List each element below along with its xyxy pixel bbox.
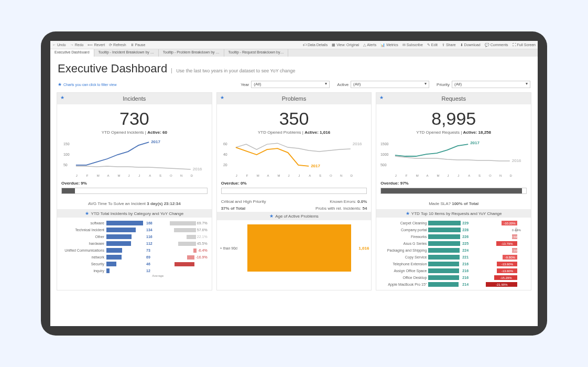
request-item-row[interactable]: Assign Office Space216-13.60% — [379, 267, 528, 274]
category-row[interactable]: Other11622.1% — [61, 233, 208, 240]
svg-text:A: A — [309, 174, 311, 177]
svg-text:S: S — [478, 174, 481, 177]
category-row[interactable]: network69-16.9% — [61, 254, 208, 261]
filter-note: ★Charts you can click to filter view — [58, 82, 117, 87]
svg-text:20: 20 — [223, 163, 227, 167]
age-value: 1,016 — [358, 246, 369, 251]
category-row[interactable]: Unified Communications73-6.4% — [61, 247, 208, 254]
request-item-row[interactable]: Asus G Series225-13.79% — [379, 240, 528, 247]
star-icon: ★ — [85, 211, 89, 216]
incidents-total: 730 — [57, 104, 212, 129]
svg-text:S: S — [319, 174, 321, 177]
data-details-button[interactable]: 🏷 Data Details — [303, 43, 328, 47]
star-icon: ★ — [58, 82, 62, 87]
tab-executive-dashboard[interactable]: Executive Dashboard — [50, 49, 94, 57]
svg-text:A: A — [427, 174, 429, 177]
active-label: Active — [337, 82, 349, 87]
svg-text:O: O — [330, 174, 332, 177]
screen: ← Undo → Redo ⟸ Revert ⟳ Refresh ⏸ Pause… — [50, 41, 538, 326]
share-button[interactable]: ⇪ Share — [442, 43, 456, 47]
problems-section-header: ★Age of Active Problems — [217, 212, 372, 220]
requests-overdue-bar[interactable] — [380, 188, 527, 194]
svg-text:1000: 1000 — [380, 153, 389, 156]
request-item-row[interactable]: Carpet Cleaning229-10.20% — [379, 220, 528, 226]
tab-tooltip-incident[interactable]: Tooltip - Incident Breakdown by … — [94, 49, 159, 57]
category-row[interactable]: hardware11245.5% — [61, 240, 208, 247]
page-title: Executive Dashboard — [58, 62, 167, 75]
incidents-category-chart[interactable]: software16869.7%Technical Incident13457.… — [57, 218, 212, 279]
requests-top10-chart[interactable]: Carpet Cleaning229-10.20%Company portal2… — [376, 218, 531, 290]
problems-age-chart[interactable]: + than 90d 1,016 — [217, 220, 372, 276]
svg-text:J: J — [236, 174, 237, 177]
svg-text:2016: 2016 — [512, 158, 521, 163]
request-item-row[interactable]: Office Desktop216-15.29% — [379, 274, 528, 281]
requests-overdue: Overdue: 97% — [376, 179, 531, 187]
revert-button[interactable]: ⟸ Revert — [88, 43, 105, 47]
svg-text:2017: 2017 — [311, 164, 320, 168]
incidents-overdue-bar[interactable] — [61, 188, 208, 194]
request-item-row[interactable]: Apple MacBook Pro 15"214-21.90% — [379, 281, 528, 288]
redo-button[interactable]: → Redo — [70, 43, 84, 47]
panel-problems: ★Problems 350 YTD Opened Problems | Acti… — [216, 92, 372, 290]
category-row[interactable]: Technical Incident13457.6% — [61, 226, 208, 233]
star-icon: ★ — [379, 95, 384, 100]
svg-text:60: 60 — [223, 142, 227, 146]
svg-text:M: M — [416, 174, 419, 177]
subscribe-button[interactable]: ✉ Subscribe — [402, 43, 423, 47]
year-select[interactable]: (All) — [251, 81, 330, 88]
problems-crit-row2: 37% of Total Probs with rel. Incidents: … — [217, 205, 372, 212]
svg-text:S: S — [159, 174, 161, 177]
incidents-section-header: ★YTD Total Incidents by Category and YoY… — [57, 209, 212, 218]
requests-section-header: ★YTD Top 10 Items by Requests and YoY Ch… — [376, 209, 531, 218]
svg-text:M: M — [437, 174, 440, 177]
svg-text:2017: 2017 — [471, 141, 480, 145]
svg-text:A: A — [149, 174, 151, 177]
age-label: + than 90d — [220, 246, 237, 250]
svg-text:D: D — [191, 174, 193, 177]
request-item-row[interactable]: Fireworks226-2.59% — [379, 233, 528, 240]
incidents-avg: AVG Time To Solve an Incident 3 day(s) 2… — [57, 198, 212, 209]
tab-tooltip-request[interactable]: Tooltip - Request Breakdown by… — [224, 49, 289, 57]
category-row[interactable]: inquiry12 — [61, 267, 208, 274]
incidents-overdue: Overdue: 9% — [57, 179, 212, 187]
title-bar: Executive Dashboard Use the last two yea… — [50, 57, 538, 79]
request-item-row[interactable]: Copy Service221-9.80% — [379, 254, 528, 261]
svg-text:A: A — [107, 174, 110, 177]
problems-subtitle: YTD Opened Problems | Active: 1,016 — [217, 129, 372, 138]
comments-button[interactable]: 💬 Comments — [485, 43, 508, 47]
svg-text:J: J — [288, 174, 289, 177]
svg-text:J: J — [128, 174, 129, 177]
edit-button[interactable]: ✎ Edit — [427, 43, 438, 47]
request-item-row[interactable]: Company portal2280.44% — [379, 226, 528, 233]
priority-select[interactable]: (All) — [452, 81, 530, 88]
panel-title: Problems — [282, 95, 306, 102]
category-row[interactable]: Security46-49.5% — [61, 261, 208, 267]
star-icon: ★ — [269, 213, 274, 219]
alerts-button[interactable]: △ Alerts — [363, 43, 376, 47]
active-select[interactable]: (All) — [351, 81, 429, 88]
problems-overdue-bar[interactable] — [221, 188, 367, 194]
problems-chart[interactable]: 604020 2016 2017 JFMAMJJASOND — [217, 138, 372, 179]
incidents-chart[interactable]: 15010050 2017 2016 JFMAMJJASOND — [57, 138, 212, 179]
panel-incidents: ★Incidents 730 YTD Opened Incidents | Ac… — [57, 92, 212, 290]
view-button[interactable]: ▦ View: Original — [332, 43, 359, 47]
svg-text:F: F — [246, 174, 248, 177]
svg-text:M: M — [97, 174, 100, 177]
request-item-row[interactable]: Telephone Extension216-13.60% — [379, 261, 528, 267]
request-item-row[interactable]: Packaging and Shipping224-2.59% — [379, 247, 528, 254]
requests-subtitle: YTD Opened Requests | Active: 18,258 — [376, 129, 531, 138]
fullscreen-button[interactable]: ⛶ Full Screen — [513, 43, 536, 47]
download-button[interactable]: ⬇ Download — [460, 43, 481, 47]
priority-label: Priority — [437, 82, 450, 87]
svg-text:40: 40 — [223, 153, 227, 156]
tab-tooltip-problem[interactable]: Tooltip - Problem Breakdown by … — [159, 49, 224, 57]
metrics-button[interactable]: 📊 Metrics — [380, 43, 398, 47]
svg-text:J: J — [458, 174, 460, 177]
refresh-button[interactable]: ⟳ Refresh — [109, 43, 126, 47]
requests-chart[interactable]: 15001000500 2017 2016 JFMAMJJASOND — [376, 138, 531, 179]
pause-button[interactable]: ⏸ Pause — [130, 43, 146, 47]
problems-overdue: Overdue: 0% — [217, 179, 372, 187]
category-row[interactable]: software16869.7% — [61, 220, 208, 226]
undo-button[interactable]: ← Undo — [52, 43, 66, 47]
requests-sla: Made SLA? 100% of Total — [376, 198, 531, 209]
